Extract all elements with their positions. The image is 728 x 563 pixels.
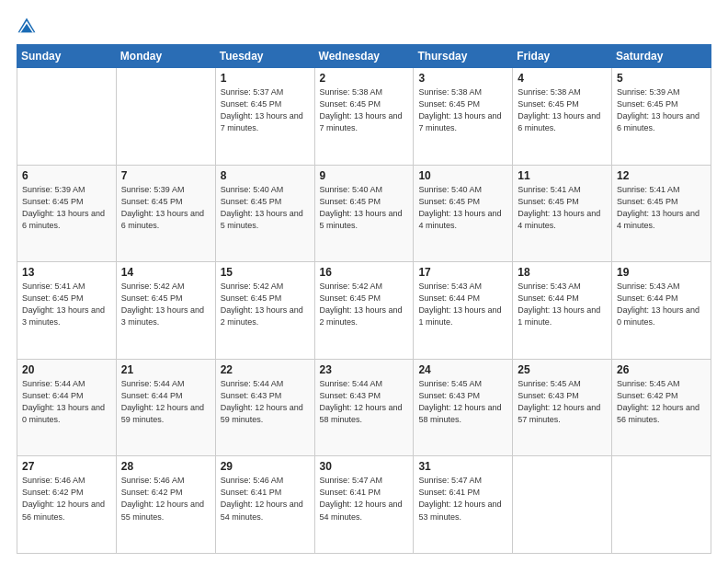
day-number: 29 [221, 460, 310, 473]
day-info: Sunrise: 5:42 AM Sunset: 6:45 PM Dayligh… [221, 281, 310, 328]
day-info: Sunrise: 5:37 AM Sunset: 6:45 PM Dayligh… [221, 86, 310, 134]
day-info: Sunrise: 5:44 AM Sunset: 6:44 PM Dayligh… [121, 378, 210, 426]
day-info: Sunrise: 5:39 AM Sunset: 6:45 PM Dayligh… [121, 184, 210, 232]
day-info: Sunrise: 5:38 AM Sunset: 6:45 PM Dayligh… [518, 86, 607, 134]
calendar-cell: 31Sunrise: 5:47 AM Sunset: 6:41 PM Dayli… [414, 456, 513, 554]
calendar-cell: 14Sunrise: 5:42 AM Sunset: 6:45 PM Dayli… [116, 262, 215, 360]
week-row-4: 20Sunrise: 5:44 AM Sunset: 6:44 PM Dayli… [17, 359, 711, 456]
header [17, 17, 711, 37]
day-number: 26 [617, 363, 706, 376]
calendar-cell: 15Sunrise: 5:42 AM Sunset: 6:45 PM Dayli… [215, 262, 314, 360]
weekday-sunday: Sunday [17, 45, 117, 68]
calendar-cell: 19Sunrise: 5:43 AM Sunset: 6:44 PM Dayli… [612, 262, 711, 360]
calendar-cell: 18Sunrise: 5:43 AM Sunset: 6:44 PM Dayli… [513, 262, 612, 360]
day-number: 5 [617, 72, 706, 85]
calendar-cell: 24Sunrise: 5:45 AM Sunset: 6:43 PM Dayli… [414, 359, 513, 456]
day-number: 11 [518, 169, 607, 182]
day-number: 7 [121, 169, 210, 182]
day-number: 16 [320, 266, 409, 279]
week-row-5: 27Sunrise: 5:46 AM Sunset: 6:42 PM Dayli… [17, 456, 711, 554]
day-number: 15 [221, 266, 310, 279]
calendar-cell [612, 456, 711, 554]
day-info: Sunrise: 5:47 AM Sunset: 6:41 PM Dayligh… [320, 475, 409, 523]
day-number: 23 [320, 363, 409, 376]
day-info: Sunrise: 5:43 AM Sunset: 6:44 PM Dayligh… [617, 281, 706, 328]
page: SundayMondayTuesdayWednesdayThursdayFrid… [0, 0, 728, 563]
day-info: Sunrise: 5:47 AM Sunset: 6:41 PM Dayligh… [418, 475, 507, 523]
day-info: Sunrise: 5:40 AM Sunset: 6:45 PM Dayligh… [221, 184, 310, 232]
day-number: 8 [221, 169, 310, 182]
logo-icon [17, 17, 37, 37]
calendar-cell: 25Sunrise: 5:45 AM Sunset: 6:43 PM Dayli… [513, 359, 612, 456]
day-number: 19 [617, 266, 706, 279]
calendar-cell [513, 456, 612, 554]
day-info: Sunrise: 5:39 AM Sunset: 6:45 PM Dayligh… [617, 86, 706, 134]
day-number: 14 [121, 266, 210, 279]
day-number: 12 [617, 169, 706, 182]
day-info: Sunrise: 5:39 AM Sunset: 6:45 PM Dayligh… [22, 184, 111, 232]
day-number: 9 [320, 169, 409, 182]
calendar-cell: 30Sunrise: 5:47 AM Sunset: 6:41 PM Dayli… [314, 456, 414, 554]
day-number: 18 [518, 266, 607, 279]
week-row-3: 13Sunrise: 5:41 AM Sunset: 6:45 PM Dayli… [17, 262, 711, 360]
weekday-friday: Friday [513, 45, 612, 68]
calendar-cell: 7Sunrise: 5:39 AM Sunset: 6:45 PM Daylig… [116, 165, 215, 262]
calendar-cell [17, 68, 117, 166]
calendar-cell: 4Sunrise: 5:38 AM Sunset: 6:45 PM Daylig… [513, 68, 612, 166]
calendar-cell: 16Sunrise: 5:42 AM Sunset: 6:45 PM Dayli… [314, 262, 414, 360]
day-number: 30 [320, 460, 409, 473]
day-info: Sunrise: 5:42 AM Sunset: 6:45 PM Dayligh… [320, 281, 409, 328]
weekday-wednesday: Wednesday [314, 45, 414, 68]
day-info: Sunrise: 5:45 AM Sunset: 6:42 PM Dayligh… [617, 378, 706, 426]
day-number: 28 [121, 460, 210, 473]
day-number: 2 [320, 72, 409, 85]
weekday-tuesday: Tuesday [215, 45, 314, 68]
weekday-thursday: Thursday [414, 45, 513, 68]
calendar-cell: 11Sunrise: 5:41 AM Sunset: 6:45 PM Dayli… [513, 165, 612, 262]
day-number: 27 [22, 460, 111, 473]
weekday-saturday: Saturday [612, 45, 711, 68]
day-number: 6 [22, 169, 111, 182]
day-number: 25 [518, 363, 607, 376]
day-info: Sunrise: 5:43 AM Sunset: 6:44 PM Dayligh… [518, 281, 607, 328]
day-number: 1 [221, 72, 310, 85]
calendar-cell: 2Sunrise: 5:38 AM Sunset: 6:45 PM Daylig… [314, 68, 414, 166]
calendar-table: SundayMondayTuesdayWednesdayThursdayFrid… [17, 44, 711, 554]
calendar-cell: 20Sunrise: 5:44 AM Sunset: 6:44 PM Dayli… [17, 359, 117, 456]
day-info: Sunrise: 5:40 AM Sunset: 6:45 PM Dayligh… [320, 184, 409, 232]
day-info: Sunrise: 5:41 AM Sunset: 6:45 PM Dayligh… [617, 184, 706, 232]
day-info: Sunrise: 5:38 AM Sunset: 6:45 PM Dayligh… [320, 86, 409, 134]
calendar-cell: 17Sunrise: 5:43 AM Sunset: 6:44 PM Dayli… [414, 262, 513, 360]
calendar-cell: 1Sunrise: 5:37 AM Sunset: 6:45 PM Daylig… [215, 68, 314, 166]
day-info: Sunrise: 5:38 AM Sunset: 6:45 PM Dayligh… [418, 86, 507, 134]
calendar-cell: 3Sunrise: 5:38 AM Sunset: 6:45 PM Daylig… [414, 68, 513, 166]
calendar-cell: 10Sunrise: 5:40 AM Sunset: 6:45 PM Dayli… [414, 165, 513, 262]
day-number: 13 [22, 266, 111, 279]
day-info: Sunrise: 5:44 AM Sunset: 6:43 PM Dayligh… [320, 378, 409, 426]
day-number: 24 [418, 363, 507, 376]
weekday-monday: Monday [116, 45, 215, 68]
day-info: Sunrise: 5:41 AM Sunset: 6:45 PM Dayligh… [22, 281, 111, 328]
day-number: 20 [22, 363, 111, 376]
day-info: Sunrise: 5:46 AM Sunset: 6:42 PM Dayligh… [121, 475, 210, 523]
calendar-cell: 5Sunrise: 5:39 AM Sunset: 6:45 PM Daylig… [612, 68, 711, 166]
day-number: 3 [418, 72, 507, 85]
day-info: Sunrise: 5:43 AM Sunset: 6:44 PM Dayligh… [418, 281, 507, 328]
day-info: Sunrise: 5:44 AM Sunset: 6:44 PM Dayligh… [22, 378, 111, 426]
calendar-cell: 28Sunrise: 5:46 AM Sunset: 6:42 PM Dayli… [116, 456, 215, 554]
calendar-cell: 8Sunrise: 5:40 AM Sunset: 6:45 PM Daylig… [215, 165, 314, 262]
calendar-cell [116, 68, 215, 166]
calendar-cell: 26Sunrise: 5:45 AM Sunset: 6:42 PM Dayli… [612, 359, 711, 456]
calendar-cell: 6Sunrise: 5:39 AM Sunset: 6:45 PM Daylig… [17, 165, 117, 262]
calendar-cell: 12Sunrise: 5:41 AM Sunset: 6:45 PM Dayli… [612, 165, 711, 262]
day-info: Sunrise: 5:45 AM Sunset: 6:43 PM Dayligh… [418, 378, 507, 426]
day-number: 21 [121, 363, 210, 376]
calendar-cell: 23Sunrise: 5:44 AM Sunset: 6:43 PM Dayli… [314, 359, 414, 456]
calendar-cell: 9Sunrise: 5:40 AM Sunset: 6:45 PM Daylig… [314, 165, 414, 262]
day-info: Sunrise: 5:41 AM Sunset: 6:45 PM Dayligh… [518, 184, 607, 232]
weekday-header-row: SundayMondayTuesdayWednesdayThursdayFrid… [17, 45, 711, 68]
calendar-cell: 22Sunrise: 5:44 AM Sunset: 6:43 PM Dayli… [215, 359, 314, 456]
day-number: 17 [418, 266, 507, 279]
day-info: Sunrise: 5:42 AM Sunset: 6:45 PM Dayligh… [121, 281, 210, 328]
calendar-cell: 29Sunrise: 5:46 AM Sunset: 6:41 PM Dayli… [215, 456, 314, 554]
